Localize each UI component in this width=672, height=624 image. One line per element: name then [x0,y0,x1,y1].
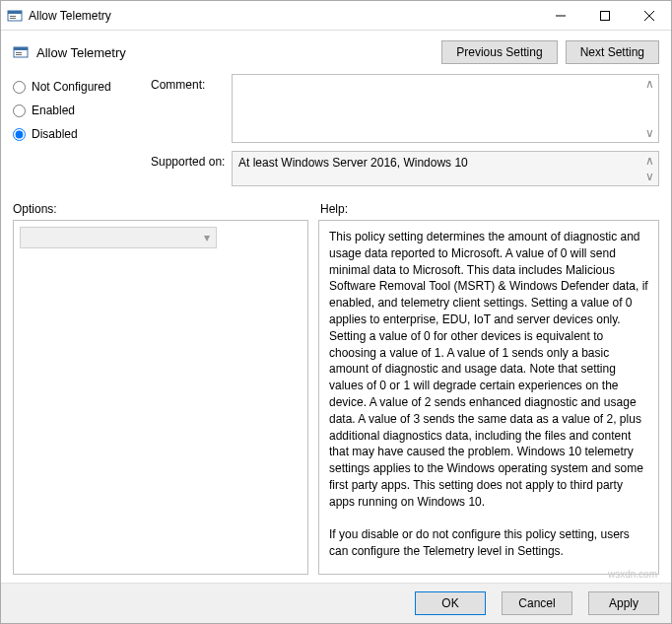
scroll-icon: ∧∨ [642,154,656,183]
policy-icon [13,44,29,60]
next-setting-button[interactable]: Next Setting [566,40,659,64]
svg-rect-2 [10,16,16,17]
svg-rect-1 [8,11,22,14]
svg-rect-10 [16,52,22,53]
options-label: Options: [13,202,308,216]
radio-disabled[interactable]: Disabled [13,127,151,141]
chevron-down-icon: ▾ [204,231,210,244]
header: Allow Telemetry Previous Setting Next Se… [1,31,671,74]
radio-not-configured[interactable]: Not Configured [13,80,151,94]
titlebar: Allow Telemetry [1,1,671,31]
panels-header: Options: Help: [1,194,671,220]
radio-enabled[interactable]: Enabled [13,104,151,117]
config-area: Not Configured Enabled Disabled Comment:… [1,74,671,194]
panels: ▾ This policy setting determines the amo… [1,220,671,583]
ok-button[interactable]: OK [415,591,486,615]
apply-button[interactable]: Apply [588,591,659,615]
help-text: This policy setting determines the amoun… [329,229,648,560]
radio-disabled-input[interactable] [13,128,26,141]
svg-rect-11 [16,54,22,55]
radio-not-configured-label: Not Configured [32,80,111,94]
options-dropdown[interactable]: ▾ [20,227,217,248]
scroll-icon: ∧∨ [642,77,656,140]
svg-rect-5 [600,11,609,20]
help-label: Help: [308,202,659,216]
radio-enabled-input[interactable] [13,104,26,117]
window-title: Allow Telemetry [29,9,538,23]
footer: OK Cancel Apply [1,583,671,623]
maximize-button[interactable] [582,1,627,30]
supported-label: Supported on: [151,151,232,186]
app-icon [7,8,23,24]
comment-textarea[interactable]: ∧∨ [232,74,659,143]
minimize-button[interactable] [538,1,582,30]
supported-on-box: At least Windows Server 2016, Windows 10… [232,151,659,186]
supported-on-value: At least Windows Server 2016, Windows 10 [238,156,468,170]
svg-rect-3 [10,18,16,19]
radio-disabled-label: Disabled [32,127,78,141]
previous-setting-button[interactable]: Previous Setting [441,40,557,64]
watermark: wsxdn.com [608,569,657,580]
comment-label: Comment: [151,74,232,143]
close-button[interactable] [627,1,671,30]
help-panel[interactable]: This policy setting determines the amoun… [318,220,659,575]
cancel-button[interactable]: Cancel [502,591,572,615]
state-radios: Not Configured Enabled Disabled [13,74,151,194]
radio-not-configured-input[interactable] [13,81,26,94]
svg-rect-9 [14,47,28,50]
fields: Comment: ∧∨ Supported on: At least Windo… [151,74,659,194]
radio-enabled-label: Enabled [32,104,75,117]
options-panel: ▾ [13,220,308,575]
policy-title: Allow Telemetry [36,45,434,60]
